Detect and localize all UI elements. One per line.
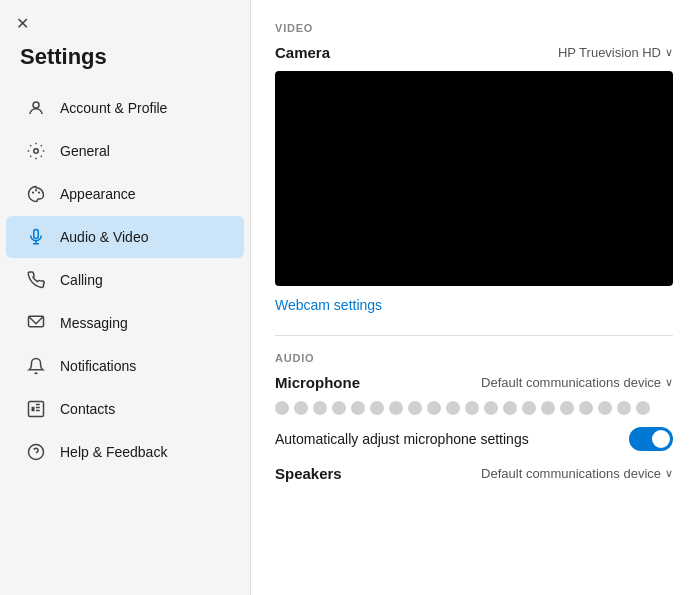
sidebar-item-label-account: Account & Profile: [60, 100, 167, 116]
auto-adjust-row: Automatically adjust microphone settings: [275, 427, 673, 451]
contacts-icon: [26, 399, 46, 419]
camera-value: HP Truevision HD: [558, 45, 661, 60]
sidebar-item-account[interactable]: Account & Profile: [6, 87, 244, 129]
camera-preview: [275, 71, 673, 286]
mic-dot: [484, 401, 498, 415]
general-icon: [26, 141, 46, 161]
help-icon: [26, 442, 46, 462]
sidebar-header: ✕: [0, 0, 250, 40]
sidebar-item-label-audio-video: Audio & Video: [60, 229, 148, 245]
audio-section-label: AUDIO: [275, 352, 673, 364]
mic-dot: [465, 401, 479, 415]
auto-adjust-label: Automatically adjust microphone settings: [275, 431, 529, 447]
speakers-label: Speakers: [275, 465, 342, 482]
svg-rect-5: [34, 230, 39, 239]
mic-level-indicator: [275, 401, 673, 415]
sidebar-item-label-calling: Calling: [60, 272, 103, 288]
sidebar-item-label-notifications: Notifications: [60, 358, 136, 374]
speakers-row: Speakers Default communications device ∨: [275, 465, 673, 482]
sidebar-item-label-messaging: Messaging: [60, 315, 128, 331]
mic-dot: [427, 401, 441, 415]
microphone-dropdown-arrow: ∨: [665, 376, 673, 389]
camera-dropdown[interactable]: HP Truevision HD ∨: [558, 45, 673, 60]
camera-row: Camera HP Truevision HD ∨: [275, 44, 673, 61]
sidebar-item-appearance[interactable]: Appearance: [6, 173, 244, 215]
audio-video-icon: [26, 227, 46, 247]
svg-point-4: [38, 191, 40, 193]
settings-title: Settings: [0, 40, 250, 86]
webcam-settings-link[interactable]: Webcam settings: [275, 297, 382, 313]
account-icon: [26, 98, 46, 118]
mic-dot: [579, 401, 593, 415]
sidebar-item-messaging[interactable]: Messaging: [6, 302, 244, 344]
section-divider: [275, 335, 673, 336]
mic-dot: [617, 401, 631, 415]
microphone-row: Microphone Default communications device…: [275, 374, 673, 391]
microphone-dropdown[interactable]: Default communications device ∨: [481, 375, 673, 390]
messaging-icon: [26, 313, 46, 333]
sidebar-item-notifications[interactable]: Notifications: [6, 345, 244, 387]
mic-dot: [389, 401, 403, 415]
mic-dot: [503, 401, 517, 415]
camera-label: Camera: [275, 44, 330, 61]
mic-dot: [275, 401, 289, 415]
sidebar-item-contacts[interactable]: Contacts: [6, 388, 244, 430]
speakers-dropdown-arrow: ∨: [665, 467, 673, 480]
mic-dot: [332, 401, 346, 415]
sidebar-nav: Account & ProfileGeneralAppearanceAudio …: [0, 86, 250, 474]
mic-dot: [560, 401, 574, 415]
camera-dropdown-arrow: ∨: [665, 46, 673, 59]
sidebar-item-label-help: Help & Feedback: [60, 444, 167, 460]
main-content: VIDEO Camera HP Truevision HD ∨ Webcam s…: [251, 0, 697, 595]
notifications-icon: [26, 356, 46, 376]
svg-point-3: [35, 189, 37, 191]
sidebar-item-label-general: General: [60, 143, 110, 159]
svg-point-1: [34, 149, 39, 154]
mic-dot: [446, 401, 460, 415]
mic-dot: [541, 401, 555, 415]
toggle-thumb: [652, 430, 670, 448]
mic-dot: [636, 401, 650, 415]
auto-adjust-toggle[interactable]: [629, 427, 673, 451]
sidebar-item-label-appearance: Appearance: [60, 186, 136, 202]
microphone-value: Default communications device: [481, 375, 661, 390]
svg-point-0: [33, 102, 39, 108]
sidebar: ✕ Settings Account & ProfileGeneralAppea…: [0, 0, 251, 595]
calling-icon: [26, 270, 46, 290]
mic-dot: [408, 401, 422, 415]
speakers-dropdown[interactable]: Default communications device ∨: [481, 466, 673, 481]
sidebar-item-calling[interactable]: Calling: [6, 259, 244, 301]
sidebar-item-audio-video[interactable]: Audio & Video: [6, 216, 244, 258]
close-button[interactable]: ✕: [16, 16, 29, 32]
video-section-label: VIDEO: [275, 22, 673, 34]
microphone-label: Microphone: [275, 374, 360, 391]
mic-dot: [370, 401, 384, 415]
mic-dot: [351, 401, 365, 415]
mic-dot: [313, 401, 327, 415]
mic-dot: [294, 401, 308, 415]
mic-dot: [522, 401, 536, 415]
sidebar-item-general[interactable]: General: [6, 130, 244, 172]
svg-point-2: [32, 191, 34, 193]
sidebar-item-label-contacts: Contacts: [60, 401, 115, 417]
mic-dot: [598, 401, 612, 415]
appearance-icon: [26, 184, 46, 204]
sidebar-item-help[interactable]: Help & Feedback: [6, 431, 244, 473]
speakers-value: Default communications device: [481, 466, 661, 481]
